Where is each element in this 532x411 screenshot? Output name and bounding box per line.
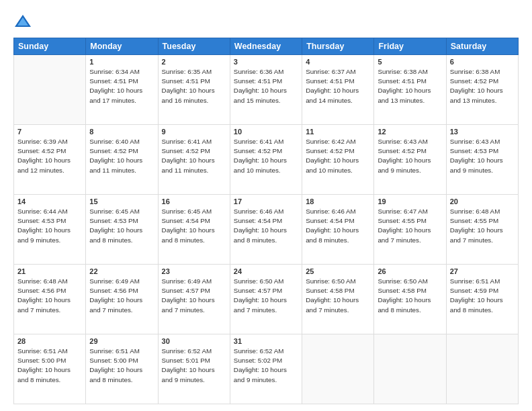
day-number: 27	[450, 267, 515, 275]
day-number: 22	[89, 267, 154, 275]
calendar-cell: 25Sunrise: 6:50 AMSunset: 4:58 PMDayligh…	[302, 265, 374, 334]
day-info: Sunrise: 6:45 AMSunset: 4:53 PMDaylight:…	[89, 207, 154, 245]
day-number: 3	[234, 58, 298, 66]
calendar-cell: 6Sunrise: 6:38 AMSunset: 4:52 PMDaylight…	[446, 55, 518, 125]
day-number: 18	[306, 197, 370, 205]
calendar-cell: 4Sunrise: 6:37 AMSunset: 4:51 PMDaylight…	[302, 55, 374, 125]
week-row-1: 1Sunrise: 6:34 AMSunset: 4:51 PMDaylight…	[14, 55, 519, 125]
day-info: Sunrise: 6:51 AMSunset: 5:00 PMDaylight:…	[17, 347, 82, 385]
day-info: Sunrise: 6:37 AMSunset: 4:51 PMDaylight:…	[306, 67, 370, 105]
calendar-cell: 21Sunrise: 6:48 AMSunset: 4:56 PMDayligh…	[14, 265, 86, 334]
calendar-cell: 20Sunrise: 6:48 AMSunset: 4:55 PMDayligh…	[446, 195, 518, 265]
day-info: Sunrise: 6:41 AMSunset: 4:52 PMDaylight:…	[162, 137, 226, 175]
weekday-header-friday: Friday	[374, 38, 446, 55]
day-info: Sunrise: 6:41 AMSunset: 4:52 PMDaylight:…	[234, 137, 298, 175]
day-info: Sunrise: 6:36 AMSunset: 4:51 PMDaylight:…	[234, 67, 298, 105]
day-info: Sunrise: 6:49 AMSunset: 4:57 PMDaylight:…	[162, 277, 226, 315]
day-number: 11	[306, 128, 370, 136]
calendar-cell: 10Sunrise: 6:41 AMSunset: 4:52 PMDayligh…	[230, 125, 302, 195]
calendar-cell: 26Sunrise: 6:50 AMSunset: 4:58 PMDayligh…	[374, 265, 446, 334]
calendar-cell: 3Sunrise: 6:36 AMSunset: 4:51 PMDaylight…	[230, 55, 302, 125]
day-info: Sunrise: 6:51 AMSunset: 5:00 PMDaylight:…	[89, 347, 154, 385]
calendar-cell: 1Sunrise: 6:34 AMSunset: 4:51 PMDaylight…	[86, 55, 158, 125]
day-number: 20	[450, 197, 515, 205]
day-info: Sunrise: 6:45 AMSunset: 4:54 PMDaylight:…	[162, 207, 226, 245]
logo-icon	[13, 12, 32, 31]
calendar-cell	[446, 334, 518, 404]
day-info: Sunrise: 6:51 AMSunset: 4:59 PMDaylight:…	[450, 277, 515, 315]
calendar-cell: 24Sunrise: 6:50 AMSunset: 4:57 PMDayligh…	[230, 265, 302, 334]
calendar-cell: 11Sunrise: 6:42 AMSunset: 4:52 PMDayligh…	[302, 125, 374, 195]
page: SundayMondayTuesdayWednesdayThursdayFrid…	[0, 0, 532, 411]
day-number: 29	[89, 337, 154, 345]
day-number: 10	[234, 128, 298, 136]
weekday-header-thursday: Thursday	[302, 38, 374, 55]
calendar-cell: 31Sunrise: 6:52 AMSunset: 5:02 PMDayligh…	[230, 334, 302, 404]
weekday-header-tuesday: Tuesday	[158, 38, 230, 55]
calendar-cell: 8Sunrise: 6:40 AMSunset: 4:52 PMDaylight…	[86, 125, 158, 195]
day-number: 28	[17, 337, 82, 345]
calendar-cell: 9Sunrise: 6:41 AMSunset: 4:52 PMDaylight…	[158, 125, 230, 195]
day-info: Sunrise: 6:52 AMSunset: 5:02 PMDaylight:…	[234, 347, 298, 385]
week-row-3: 14Sunrise: 6:44 AMSunset: 4:53 PMDayligh…	[14, 195, 519, 265]
day-info: Sunrise: 6:35 AMSunset: 4:51 PMDaylight:…	[162, 67, 226, 105]
day-number: 31	[234, 337, 298, 345]
day-info: Sunrise: 6:48 AMSunset: 4:56 PMDaylight:…	[17, 277, 82, 315]
day-number: 5	[378, 58, 442, 66]
calendar-cell: 14Sunrise: 6:44 AMSunset: 4:53 PMDayligh…	[14, 195, 86, 265]
day-info: Sunrise: 6:52 AMSunset: 5:01 PMDaylight:…	[162, 347, 226, 385]
day-number: 19	[378, 197, 442, 205]
calendar-table: SundayMondayTuesdayWednesdayThursdayFrid…	[13, 38, 519, 404]
week-row-4: 21Sunrise: 6:48 AMSunset: 4:56 PMDayligh…	[14, 265, 519, 334]
day-info: Sunrise: 6:38 AMSunset: 4:52 PMDaylight:…	[450, 67, 515, 105]
day-number: 15	[89, 197, 154, 205]
day-number: 24	[234, 267, 298, 275]
day-info: Sunrise: 6:40 AMSunset: 4:52 PMDaylight:…	[89, 137, 154, 175]
weekday-header-saturday: Saturday	[446, 38, 518, 55]
day-number: 8	[89, 128, 154, 136]
day-number: 26	[378, 267, 442, 275]
calendar-cell: 29Sunrise: 6:51 AMSunset: 5:00 PMDayligh…	[86, 334, 158, 404]
day-info: Sunrise: 6:46 AMSunset: 4:54 PMDaylight:…	[234, 207, 298, 245]
calendar-cell: 27Sunrise: 6:51 AMSunset: 4:59 PMDayligh…	[446, 265, 518, 334]
day-info: Sunrise: 6:44 AMSunset: 4:53 PMDaylight:…	[17, 207, 82, 245]
calendar-cell: 7Sunrise: 6:39 AMSunset: 4:52 PMDaylight…	[14, 125, 86, 195]
day-number: 17	[234, 197, 298, 205]
day-number: 30	[162, 337, 226, 345]
calendar-cell: 12Sunrise: 6:43 AMSunset: 4:52 PMDayligh…	[374, 125, 446, 195]
week-row-2: 7Sunrise: 6:39 AMSunset: 4:52 PMDaylight…	[14, 125, 519, 195]
weekday-header-wednesday: Wednesday	[230, 38, 302, 55]
calendar-cell	[302, 334, 374, 404]
logo	[13, 12, 35, 31]
day-info: Sunrise: 6:34 AMSunset: 4:51 PMDaylight:…	[89, 67, 154, 105]
day-info: Sunrise: 6:43 AMSunset: 4:53 PMDaylight:…	[450, 137, 515, 175]
calendar-cell: 28Sunrise: 6:51 AMSunset: 5:00 PMDayligh…	[14, 334, 86, 404]
day-number: 23	[162, 267, 226, 275]
day-number: 1	[89, 58, 154, 66]
header	[13, 12, 519, 31]
calendar-cell: 2Sunrise: 6:35 AMSunset: 4:51 PMDaylight…	[158, 55, 230, 125]
weekday-header-sunday: Sunday	[14, 38, 86, 55]
calendar-cell: 13Sunrise: 6:43 AMSunset: 4:53 PMDayligh…	[446, 125, 518, 195]
calendar-cell: 18Sunrise: 6:46 AMSunset: 4:54 PMDayligh…	[302, 195, 374, 265]
day-number: 16	[162, 197, 226, 205]
day-info: Sunrise: 6:47 AMSunset: 4:55 PMDaylight:…	[378, 207, 442, 245]
day-info: Sunrise: 6:50 AMSunset: 4:58 PMDaylight:…	[378, 277, 442, 315]
day-number: 2	[162, 58, 226, 66]
weekday-header-monday: Monday	[86, 38, 158, 55]
day-info: Sunrise: 6:43 AMSunset: 4:52 PMDaylight:…	[378, 137, 442, 175]
day-info: Sunrise: 6:48 AMSunset: 4:55 PMDaylight:…	[450, 207, 515, 245]
calendar-cell: 15Sunrise: 6:45 AMSunset: 4:53 PMDayligh…	[86, 195, 158, 265]
weekday-header-row: SundayMondayTuesdayWednesdayThursdayFrid…	[14, 38, 519, 55]
day-info: Sunrise: 6:38 AMSunset: 4:51 PMDaylight:…	[378, 67, 442, 105]
calendar-cell: 5Sunrise: 6:38 AMSunset: 4:51 PMDaylight…	[374, 55, 446, 125]
day-info: Sunrise: 6:50 AMSunset: 4:57 PMDaylight:…	[234, 277, 298, 315]
day-number: 7	[17, 128, 82, 136]
day-info: Sunrise: 6:39 AMSunset: 4:52 PMDaylight:…	[17, 137, 82, 175]
day-number: 12	[378, 128, 442, 136]
calendar-cell	[14, 55, 86, 125]
day-info: Sunrise: 6:49 AMSunset: 4:56 PMDaylight:…	[89, 277, 154, 315]
calendar-cell: 19Sunrise: 6:47 AMSunset: 4:55 PMDayligh…	[374, 195, 446, 265]
calendar-cell: 16Sunrise: 6:45 AMSunset: 4:54 PMDayligh…	[158, 195, 230, 265]
day-info: Sunrise: 6:46 AMSunset: 4:54 PMDaylight:…	[306, 207, 370, 245]
